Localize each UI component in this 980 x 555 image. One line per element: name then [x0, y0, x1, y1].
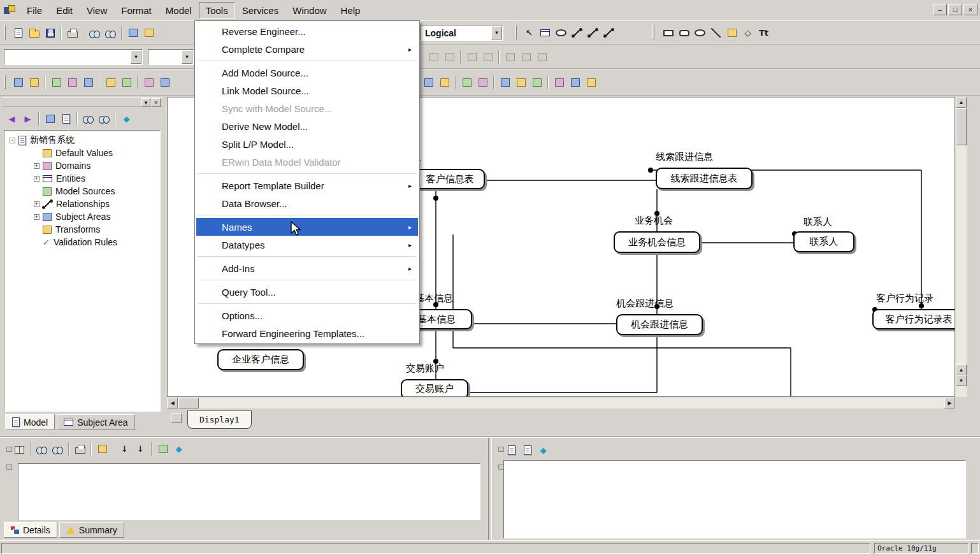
detail-properties-button[interactable]: ◆ [171, 441, 187, 457]
align-objects-button[interactable] [157, 75, 173, 90]
find-entity-button[interactable] [80, 111, 96, 127]
entity-opportunity-follow-up-info[interactable]: 机会跟进信息 [616, 314, 703, 335]
zoom-out-button[interactable] [436, 75, 452, 90]
menu-format[interactable]: Format [114, 2, 159, 19]
tree-item-model-sources[interactable]: Model Sources [6, 185, 159, 198]
tree-item-subject-areas[interactable]: +Subject Areas [6, 210, 159, 223]
nav-back-button[interactable]: ◀ [4, 111, 20, 127]
compare-button-3-button[interactable] [464, 49, 480, 65]
minimize-button[interactable]: – [933, 4, 947, 15]
find-attribute-button[interactable] [96, 111, 112, 127]
tree-expander-icon[interactable]: + [34, 201, 40, 207]
menu-item-query-tool[interactable]: Query Tool... [196, 283, 418, 301]
details-tab-details[interactable]: Details [4, 522, 57, 538]
tree-expander-icon[interactable]: - [10, 138, 15, 143]
brush-tool-button[interactable] [724, 25, 740, 41]
subtype-tool-button[interactable] [553, 25, 569, 41]
find-detail-button[interactable] [34, 441, 50, 457]
compare-button-1-button[interactable] [426, 49, 442, 65]
save-model-button[interactable] [42, 25, 58, 41]
chevron-down-icon[interactable]: ▼ [182, 50, 192, 64]
zoom-combo[interactable]: ▼ [148, 49, 194, 65]
dock-close-button[interactable]: × [152, 98, 161, 106]
text-tool-button[interactable]: Tt [756, 25, 772, 41]
zoom-to-object-button[interactable] [42, 111, 58, 127]
polygon-tool-button[interactable]: ◇ [740, 25, 756, 41]
toolbar-grip[interactable] [4, 75, 6, 89]
tab-display1[interactable]: Display1 [187, 410, 252, 429]
layout-tool-3-button[interactable] [529, 75, 545, 90]
menu-item-derive-new-model[interactable]: Derive New Model... [196, 117, 418, 135]
tree-item-model-root[interactable]: -新销售系统 [6, 134, 159, 147]
model-explorer-header[interactable]: ▾ × [3, 97, 162, 107]
menu-item-data-browser[interactable]: Data Browser... [196, 194, 418, 212]
color-legend-button[interactable] [155, 441, 171, 457]
tree-item-entities[interactable]: +Entities [6, 172, 159, 185]
entity-lead-follow-up-table[interactable]: 线索跟进信息表 [656, 168, 753, 189]
zoom-fit-button[interactable] [459, 75, 475, 90]
layout-tool-1-button[interactable] [497, 75, 513, 90]
menu-edit[interactable]: Edit [49, 2, 80, 19]
toolbar-grip[interactable] [4, 25, 6, 40]
chevron-down-icon[interactable]: ▼ [491, 26, 502, 40]
tree-expander-icon[interactable]: + [34, 163, 40, 169]
menu-item-split-l-p-model[interactable]: Split L/P Model... [196, 135, 418, 153]
tab-scroll-button[interactable] [171, 413, 182, 423]
notes-button[interactable] [11, 441, 27, 457]
entity-enterprise-customer-info[interactable]: 企业客户信息 [217, 349, 304, 370]
details-pane[interactable] [18, 463, 480, 520]
paste-button[interactable] [80, 75, 96, 90]
restore-button[interactable]: □ [948, 4, 962, 15]
horizontal-scroll-thumb[interactable] [178, 398, 199, 408]
scroll-up-button[interactable]: ▲ [956, 97, 967, 108]
check-in-button[interactable] [141, 25, 157, 41]
explorer-tab-subject-area[interactable]: Subject Area [57, 414, 134, 430]
zoom-region-button[interactable] [475, 75, 491, 90]
object-select-combo[interactable]: ▼ [4, 49, 143, 65]
explorer-tab-model[interactable]: Model [5, 414, 55, 430]
entity-customer-behavior-record-table[interactable]: 客户行为记录表 [872, 309, 955, 329]
messages-pane[interactable] [503, 460, 966, 538]
display-options-button[interactable] [567, 75, 583, 90]
message-page-2-button[interactable] [519, 442, 535, 458]
compare-button-2-button[interactable] [442, 49, 458, 65]
find-button[interactable] [87, 25, 103, 41]
horizontal-scrollbar[interactable]: ◀ ▶ [167, 398, 955, 408]
model-type-combo[interactable]: Logical ▼ [421, 25, 503, 41]
details-tab-summary[interactable]: Summary [59, 522, 124, 538]
menu-services[interactable]: Services [235, 2, 286, 19]
store-to-repository-button[interactable] [10, 75, 26, 90]
menu-window[interactable]: Window [285, 2, 333, 19]
nav-forward-button[interactable]: ▶ [20, 111, 36, 127]
menu-item-datatypes[interactable]: Datatypes▸ [196, 236, 418, 254]
menu-item-add-model-source[interactable]: Add Model Source... [196, 64, 418, 82]
menu-item-names[interactable]: Names▸ [196, 218, 418, 236]
find-in-model-button[interactable] [103, 25, 119, 41]
dock-menu-button[interactable]: ▾ [141, 98, 150, 106]
message-properties-button[interactable]: ◆ [535, 442, 551, 458]
menu-item-report-template-builder[interactable]: Report Template Builder▸ [196, 177, 418, 194]
select-tool-button[interactable]: ↖ [521, 25, 537, 41]
layout-tool-2-button[interactable] [513, 75, 529, 90]
object-properties-button[interactable]: ◆ [119, 111, 134, 127]
vertical-scrollbar[interactable]: ▲ ▲ ▼ [956, 97, 967, 397]
menu-item-add-ins[interactable]: Add-Ins▸ [196, 259, 418, 277]
scroll-right-button[interactable]: ▶ [944, 398, 955, 408]
line-tool-button[interactable] [708, 25, 724, 41]
zoom-in-button[interactable] [421, 75, 436, 90]
toolbar-grip[interactable] [515, 25, 517, 40]
entity-contact[interactable]: 联系人 [793, 231, 854, 252]
new-model-button[interactable] [10, 25, 26, 41]
message-page-1-button[interactable] [503, 442, 519, 458]
copy-button[interactable] [64, 75, 80, 90]
edit-object-button[interactable] [58, 111, 74, 127]
entity-customer-info-table[interactable]: 客户信息表 [415, 169, 485, 189]
tree-expander-icon[interactable]: + [34, 176, 40, 182]
tree-item-relationships[interactable]: +Relationships [6, 198, 159, 210]
undo-layout-button[interactable] [103, 75, 119, 90]
model-explorer-tree[interactable]: -新销售系统Default Values+Domains+EntitiesMod… [4, 130, 161, 412]
tree-item-transforms[interactable]: Transforms [6, 223, 159, 236]
identifying-relationship-tool-button[interactable] [569, 25, 585, 41]
redo-layout-button[interactable] [119, 75, 134, 90]
details-panel-grip-2-button[interactable] [1, 459, 17, 475]
